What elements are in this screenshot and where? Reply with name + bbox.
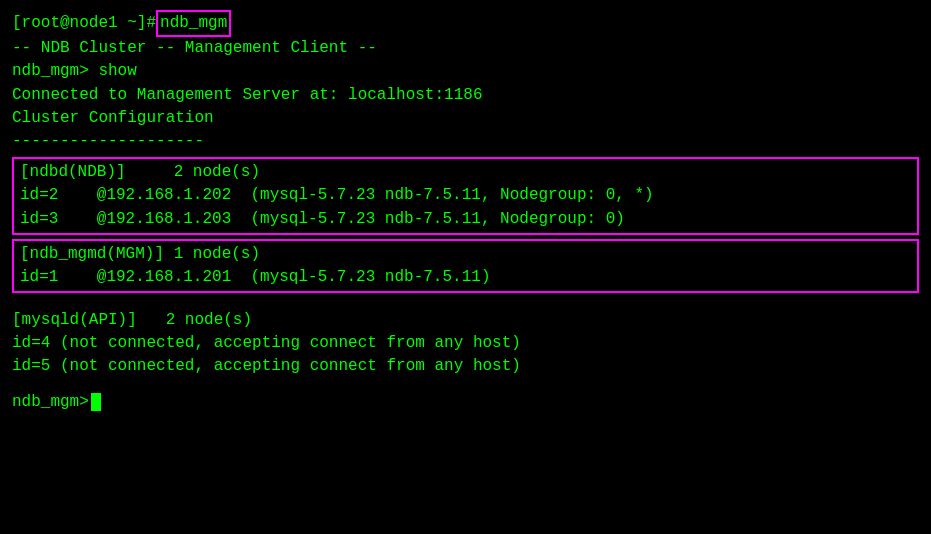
mgmd-section-box: [ndb_mgmd(MGM)] 1 node(s) id=1 @192.168.…: [12, 239, 919, 293]
mgmd-header: [ndb_mgmd(MGM)] 1 node(s): [20, 243, 911, 266]
terminal-window: [root@node1 ~]# ndb_mgm -- NDB Cluster -…: [0, 0, 931, 534]
mgmd-id1: id=1 @192.168.1.201 (mysql-5.7.23 ndb-7.…: [20, 266, 911, 289]
final-prompt-line: ndb_mgm>: [12, 391, 919, 414]
line-show: ndb_mgm> show: [12, 60, 919, 83]
ndbd-id3: id=3 @192.168.1.203 (mysql-5.7.23 ndb-7.…: [20, 208, 911, 231]
api-header: [mysqld(API)] 2 node(s): [12, 309, 919, 332]
line-separator: --------------------: [12, 130, 919, 153]
prompt-text: [root@node1 ~]#: [12, 12, 156, 35]
api-id4: id=4 (not connected, accepting connect f…: [12, 332, 919, 355]
ndbd-header: [ndbd(NDB)] 2 node(s): [20, 161, 911, 184]
cursor-block: [91, 393, 101, 411]
command-highlight: ndb_mgm: [156, 10, 231, 37]
prompt-line-1: [root@node1 ~]# ndb_mgm: [12, 10, 919, 37]
line-cluster-config: Cluster Configuration: [12, 107, 919, 130]
api-id5: id=5 (not connected, accepting connect f…: [12, 355, 919, 378]
line-header: -- NDB Cluster -- Management Client --: [12, 37, 919, 60]
api-section: [mysqld(API)] 2 node(s) id=4 (not connec…: [12, 309, 919, 379]
ndbd-id2: id=2 @192.168.1.202 (mysql-5.7.23 ndb-7.…: [20, 184, 911, 207]
line-connected: Connected to Management Server at: local…: [12, 84, 919, 107]
final-prompt-text: ndb_mgm>: [12, 391, 89, 414]
ndbd-section-box: [ndbd(NDB)] 2 node(s) id=2 @192.168.1.20…: [12, 157, 919, 235]
